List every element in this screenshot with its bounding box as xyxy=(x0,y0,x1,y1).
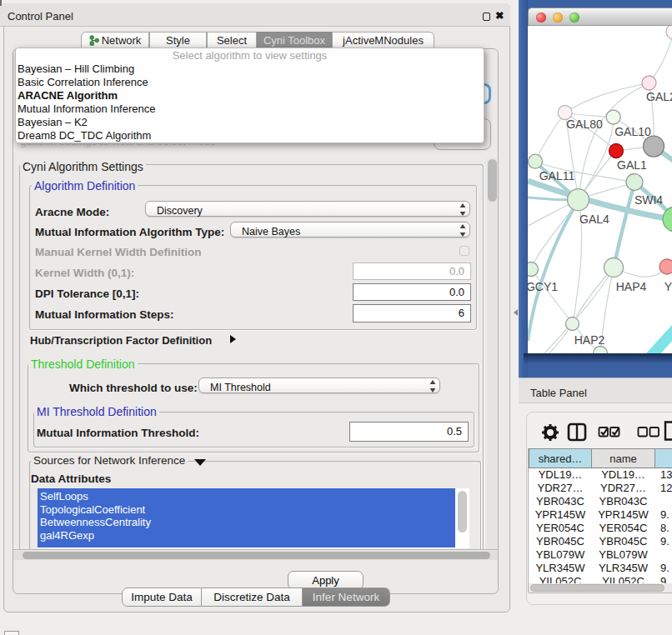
svg-text:GAL11: GAL11 xyxy=(539,169,575,182)
svg-text:HAP2: HAP2 xyxy=(574,333,605,347)
svg-text:HAP4: HAP4 xyxy=(616,280,647,293)
svg-text:SWI4: SWI4 xyxy=(634,193,663,207)
svg-text:GAL4: GAL4 xyxy=(579,212,609,226)
svg-text:GAL1: GAL1 xyxy=(617,158,647,172)
svg-text:GAL80: GAL80 xyxy=(566,118,603,131)
svg-text:GCY1: GCY1 xyxy=(528,280,558,293)
svg-text:YJ: YJ xyxy=(664,280,672,293)
svg-text:GAL10: GAL10 xyxy=(614,125,651,138)
svg-text:GAL2: GAL2 xyxy=(646,90,672,103)
